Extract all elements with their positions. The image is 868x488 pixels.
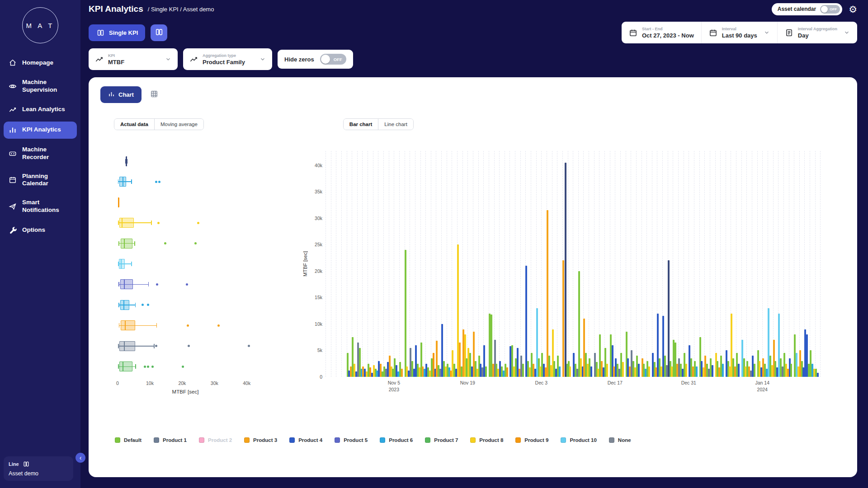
- legend-item-default[interactable]: Default: [115, 437, 142, 443]
- box-outlier: [156, 283, 158, 286]
- legend-swatch: [425, 437, 430, 443]
- chevron-left-icon: ‹: [80, 454, 82, 461]
- box-median: [124, 341, 125, 351]
- gridline: [684, 151, 684, 377]
- sidebar-item-lean-analytics[interactable]: Lean Analytics: [4, 101, 77, 118]
- gridline: [652, 151, 652, 377]
- legend-item-product-10[interactable]: Product 10: [561, 437, 596, 443]
- sidebar-footer[interactable]: Line Asset demo: [4, 456, 73, 481]
- box-whisker-cap: [135, 303, 136, 307]
- date-range-panel: Start - End Oct 27, 2023 - Now Interval …: [622, 22, 857, 43]
- kpi-select[interactable]: KPI MTBF: [89, 48, 178, 70]
- gridline: [531, 151, 531, 377]
- chart-controls-row: Actual dataMoving average Bar chartLine …: [89, 118, 857, 130]
- gridline: [515, 151, 515, 377]
- sidebar-item-machine-recorder[interactable]: Machine Recorder: [4, 142, 77, 165]
- x-tick-label: Dec 17: [608, 380, 623, 386]
- bar: [754, 364, 755, 377]
- switch-knob: [821, 6, 828, 13]
- legend-item-product-6[interactable]: Product 6: [380, 437, 413, 443]
- interval-select[interactable]: Interval Last 90 days: [701, 22, 777, 43]
- y-tick-label: 35k: [315, 189, 322, 194]
- chart-icon: [108, 91, 115, 99]
- box-whisker-cap: [118, 282, 119, 286]
- legend-item-product-3[interactable]: Product 3: [244, 437, 277, 443]
- gridline: [810, 151, 810, 377]
- gridline: [336, 151, 336, 377]
- compare-view-button[interactable]: [151, 24, 167, 41]
- legend-item-product-2[interactable]: Product 2: [199, 437, 232, 443]
- bar-plot: [326, 151, 826, 377]
- columns-icon: [23, 460, 30, 467]
- y-tick-label: 15k: [315, 295, 322, 300]
- sidebar-collapse-button[interactable]: ‹: [75, 453, 85, 463]
- sidebar-item-options[interactable]: Options: [4, 221, 77, 239]
- box-whisker-cap: [131, 262, 132, 266]
- single-kpi-button[interactable]: Single KPI: [89, 24, 145, 41]
- range-value: Oct 27, 2023 - Now: [642, 32, 694, 39]
- legend-swatch: [609, 437, 614, 443]
- box-whisker-cap: [151, 221, 152, 225]
- y-tick-label: 30k: [315, 216, 322, 221]
- tab-table[interactable]: [146, 87, 162, 103]
- sidebar-item-planning-calendar[interactable]: Planning Calendar: [4, 169, 77, 192]
- asset-calendar-switch[interactable]: OFF: [820, 5, 840, 14]
- data-mode-group: Actual dataMoving average: [114, 118, 204, 130]
- toggle-actual-data[interactable]: Actual data: [114, 119, 154, 130]
- date-range-picker[interactable]: Start - End Oct 27, 2023 - Now: [622, 22, 701, 43]
- gear-icon[interactable]: ⚙: [849, 5, 857, 14]
- tab-chart-label: Chart: [118, 91, 134, 98]
- sidebar-item-label: Machine Supervision: [22, 79, 72, 94]
- legend-swatch: [289, 437, 295, 443]
- bar: [738, 364, 740, 377]
- x-tick-label: 40k: [243, 380, 250, 386]
- gridline: [447, 151, 447, 377]
- toggle-bar-chart[interactable]: Bar chart: [344, 119, 378, 130]
- tab-chart[interactable]: Chart: [100, 86, 142, 103]
- single-kpi-label: Single KPI: [109, 29, 138, 36]
- legend-item-none[interactable]: None: [609, 437, 631, 443]
- sidebar-item-homepage[interactable]: Homepage: [4, 54, 77, 71]
- sidebar-asset-label: Asset demo: [9, 470, 68, 477]
- gridline: [678, 151, 679, 377]
- legend-swatch: [470, 437, 476, 443]
- bar: [696, 366, 698, 377]
- gridline: [589, 151, 589, 377]
- toggle-moving-average[interactable]: Moving average: [154, 119, 203, 130]
- bar: [722, 364, 724, 377]
- legend-item-product-8[interactable]: Product 8: [470, 437, 503, 443]
- gridline: [331, 151, 331, 377]
- gridline: [799, 151, 800, 377]
- gridline: [642, 151, 642, 377]
- box-outlier: [186, 283, 188, 286]
- legend-swatch: [244, 437, 250, 443]
- charts-row: 010k20k30k40k MTBF [sec] MTBF [sec] 05k1…: [89, 151, 857, 396]
- sidebar-item-kpi-analytics[interactable]: KPI Analytics: [4, 122, 77, 139]
- sidebar-item-machine-supervision[interactable]: Machine Supervision: [4, 75, 77, 98]
- hide-zeros-label: Hide zeros: [284, 56, 314, 63]
- top-bar: KPI Analytics / Single KPI / Asset demo …: [80, 0, 868, 18]
- gridline: [820, 151, 821, 377]
- legend-swatch: [380, 437, 385, 443]
- legend-label: Product 9: [524, 437, 548, 443]
- aggregation-type-select[interactable]: Aggregation type Product Family: [183, 48, 272, 70]
- bar: [565, 163, 566, 377]
- box-whisker-cap: [119, 323, 120, 328]
- legend-item-product-5[interactable]: Product 5: [335, 437, 368, 443]
- legend-label: Default: [124, 437, 142, 443]
- mat-logo[interactable]: M A T: [22, 7, 58, 43]
- legend-item-product-7[interactable]: Product 7: [425, 437, 458, 443]
- toolbar-row-2: KPI MTBF Aggregation type Product Family: [80, 43, 868, 75]
- box-plot: [118, 151, 253, 377]
- toggle-line-chart[interactable]: Line chart: [378, 119, 413, 130]
- sidebar-item-smart-notifications[interactable]: Smart Notifications: [4, 195, 77, 218]
- asset-calendar-toggle[interactable]: Asset calendar OFF: [772, 3, 842, 15]
- legend-item-product-1[interactable]: Product 1: [154, 437, 187, 443]
- sidebar-item-label: Smart Notifications: [22, 199, 72, 214]
- legend-item-product-4[interactable]: Product 4: [289, 437, 322, 443]
- hide-zeros-switch[interactable]: OFF: [320, 54, 346, 65]
- send-icon: [8, 202, 17, 211]
- legend-item-product-9[interactable]: Product 9: [515, 437, 548, 443]
- x-tick-label: Nov 52023: [388, 380, 400, 393]
- interval-aggregation-select[interactable]: Interval Aggregation Day: [777, 22, 857, 43]
